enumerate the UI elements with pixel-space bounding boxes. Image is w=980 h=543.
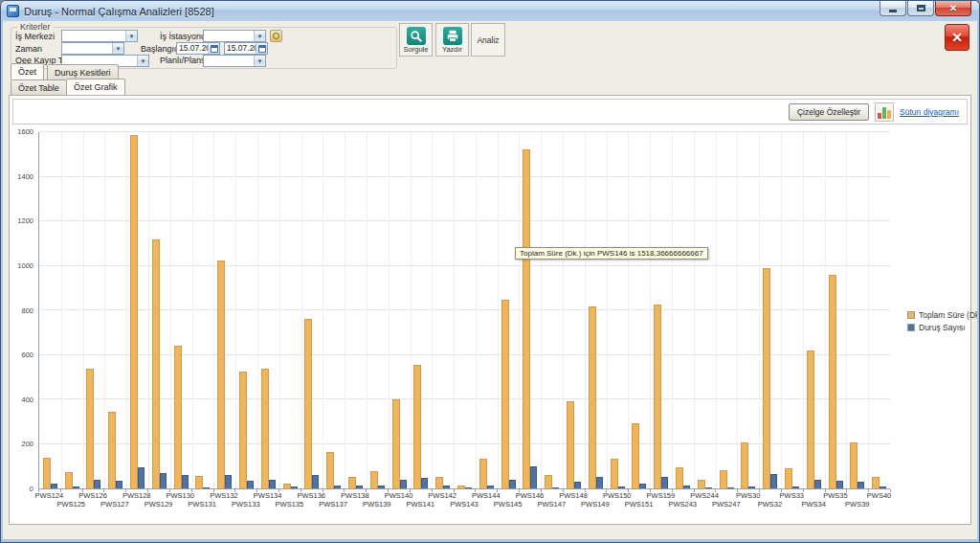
tab-ozet-grafik[interactable]: Özet Grafik bbox=[66, 79, 125, 95]
form-close-button[interactable]: ✕ bbox=[945, 24, 969, 51]
toplam-sure-bar[interactable] bbox=[720, 470, 727, 488]
toplam-sure-bar[interactable] bbox=[217, 260, 225, 488]
durus-sayisi-bar[interactable] bbox=[792, 486, 799, 488]
toplam-sure-bar[interactable] bbox=[370, 471, 378, 488]
toplam-sure-bar[interactable] bbox=[785, 468, 792, 488]
planli-plansiz-combo[interactable]: ▼ bbox=[203, 55, 266, 67]
durus-sayisi-bar[interactable] bbox=[487, 486, 494, 488]
toplam-sure-bar[interactable] bbox=[65, 472, 73, 488]
chevron-down-icon[interactable]: ▼ bbox=[254, 56, 265, 66]
toplam-sure-bar[interactable] bbox=[130, 135, 138, 488]
durus-sayisi-bar[interactable] bbox=[51, 484, 57, 488]
durus-sayisi-bar[interactable] bbox=[160, 473, 167, 488]
durus-sayisi-bar[interactable] bbox=[727, 487, 734, 488]
is-merkezi-combo[interactable]: ▼ bbox=[61, 30, 138, 42]
toplam-sure-bar[interactable] bbox=[435, 477, 443, 488]
durus-sayisi-bar[interactable] bbox=[814, 480, 821, 488]
toplam-sure-bar[interactable] bbox=[174, 346, 182, 488]
chevron-down-icon[interactable]: ▼ bbox=[254, 31, 265, 41]
durus-sayisi-bar[interactable] bbox=[748, 486, 755, 488]
durus-sayisi-bar[interactable] bbox=[400, 480, 407, 488]
toplam-sure-bar[interactable] bbox=[589, 306, 596, 488]
durus-sayisi-bar[interactable] bbox=[116, 481, 122, 488]
durus-sayisi-bar[interactable] bbox=[858, 482, 864, 488]
durus-sayisi-bar[interactable] bbox=[770, 474, 777, 488]
durus-sayisi-bar[interactable] bbox=[334, 486, 341, 488]
toplam-sure-bar[interactable] bbox=[304, 319, 312, 488]
is-istasyonu-combo[interactable]: ▼ bbox=[203, 30, 266, 42]
durus-sayisi-bar[interactable] bbox=[356, 486, 363, 488]
durus-sayisi-bar[interactable] bbox=[618, 486, 625, 488]
toplam-sure-bar[interactable] bbox=[829, 275, 836, 488]
toplam-sure-bar[interactable] bbox=[807, 351, 814, 488]
calendar-icon[interactable] bbox=[256, 43, 267, 54]
customize-chart-button[interactable]: Çizelge Özelleştir bbox=[789, 103, 869, 121]
toplam-sure-bar[interactable] bbox=[501, 300, 509, 488]
durus-sayisi-bar[interactable] bbox=[73, 486, 79, 488]
toplam-sure-bar[interactable] bbox=[676, 467, 683, 488]
durus-sayisi-bar[interactable] bbox=[443, 486, 450, 488]
toplam-sure-bar[interactable] bbox=[348, 477, 356, 488]
analiz-button[interactable]: Analiz bbox=[471, 23, 505, 57]
toplam-sure-bar[interactable] bbox=[108, 412, 116, 488]
toplam-sure-bar[interactable] bbox=[392, 399, 400, 488]
maximize-button[interactable] bbox=[907, 1, 934, 16]
durus-sayisi-bar[interactable] bbox=[378, 486, 385, 488]
durus-sayisi-bar[interactable] bbox=[574, 482, 581, 488]
minimize-button[interactable] bbox=[880, 1, 906, 16]
chevron-down-icon[interactable]: ▼ bbox=[112, 43, 123, 54]
chevron-down-icon[interactable]: ▼ bbox=[137, 56, 148, 66]
durus-sayisi-bar[interactable] bbox=[836, 481, 843, 488]
durus-sayisi-bar[interactable] bbox=[94, 480, 100, 488]
toplam-sure-bar[interactable] bbox=[43, 458, 51, 488]
toplam-sure-bar[interactable] bbox=[457, 486, 465, 488]
toplam-sure-bar[interactable] bbox=[850, 442, 858, 488]
calendar-icon[interactable] bbox=[208, 43, 219, 54]
chevron-down-icon[interactable]: ▼ bbox=[125, 31, 137, 41]
start-date-field[interactable]: 15.07.2019 bbox=[176, 42, 220, 55]
durus-sayisi-bar[interactable] bbox=[639, 484, 646, 488]
durus-sayisi-bar[interactable] bbox=[683, 486, 690, 488]
durus-sayisi-bar[interactable] bbox=[291, 486, 298, 488]
durus-sayisi-bar[interactable] bbox=[138, 467, 145, 488]
durus-sayisi-bar[interactable] bbox=[421, 478, 428, 488]
durus-sayisi-bar[interactable] bbox=[596, 477, 603, 488]
toplam-sure-bar[interactable] bbox=[413, 365, 421, 488]
tab-ozet-table[interactable]: Özet Table bbox=[11, 79, 67, 95]
durus-sayisi-bar[interactable] bbox=[203, 487, 210, 488]
durus-sayisi-bar[interactable] bbox=[269, 480, 276, 488]
toplam-sure-bar[interactable] bbox=[654, 305, 661, 488]
toplam-sure-bar[interactable] bbox=[195, 476, 203, 488]
end-date-field[interactable]: 15.07.2020 bbox=[224, 42, 268, 55]
toplam-sure-bar[interactable] bbox=[567, 401, 574, 488]
zaman-combo[interactable]: ▼ bbox=[61, 42, 124, 55]
sorgule-button[interactable]: Sorgule bbox=[399, 23, 433, 57]
toplam-sure-bar[interactable] bbox=[698, 480, 705, 488]
toplam-sure-bar[interactable] bbox=[152, 239, 160, 488]
durus-sayisi-bar[interactable] bbox=[312, 475, 319, 488]
durus-sayisi-bar[interactable] bbox=[530, 466, 537, 488]
toplam-sure-bar[interactable] bbox=[611, 459, 618, 488]
toplam-sure-bar[interactable] bbox=[283, 484, 291, 488]
durus-sayisi-bar[interactable] bbox=[225, 475, 232, 488]
durus-sayisi-bar[interactable] bbox=[247, 481, 254, 488]
durus-sayisi-bar[interactable] bbox=[509, 480, 516, 488]
tab-durus-kesitleri[interactable]: Duruş Kesitleri bbox=[47, 64, 119, 79]
yazdir-button[interactable]: Yazdır bbox=[435, 23, 469, 57]
toplam-sure-bar[interactable] bbox=[872, 477, 880, 488]
lookup-icon[interactable] bbox=[270, 30, 282, 42]
durus-sayisi-bar[interactable] bbox=[880, 486, 886, 488]
durus-sayisi-bar[interactable] bbox=[705, 487, 712, 488]
close-button[interactable]: ✕ bbox=[935, 1, 971, 16]
column-diagram-link[interactable]: Sütun diyagramı bbox=[900, 107, 959, 117]
toplam-sure-bar[interactable] bbox=[261, 369, 269, 488]
toplam-sure-bar[interactable] bbox=[763, 268, 770, 488]
toplam-sure-bar[interactable] bbox=[86, 369, 94, 488]
durus-sayisi-bar[interactable] bbox=[182, 475, 189, 488]
toplam-sure-bar[interactable] bbox=[523, 149, 530, 488]
toplam-sure-bar[interactable] bbox=[741, 442, 748, 488]
tab-ozet[interactable]: Özet bbox=[11, 63, 44, 79]
durus-sayisi-bar[interactable] bbox=[552, 487, 559, 488]
durus-sayisi-bar[interactable] bbox=[465, 487, 472, 488]
toplam-sure-bar[interactable] bbox=[545, 475, 552, 488]
